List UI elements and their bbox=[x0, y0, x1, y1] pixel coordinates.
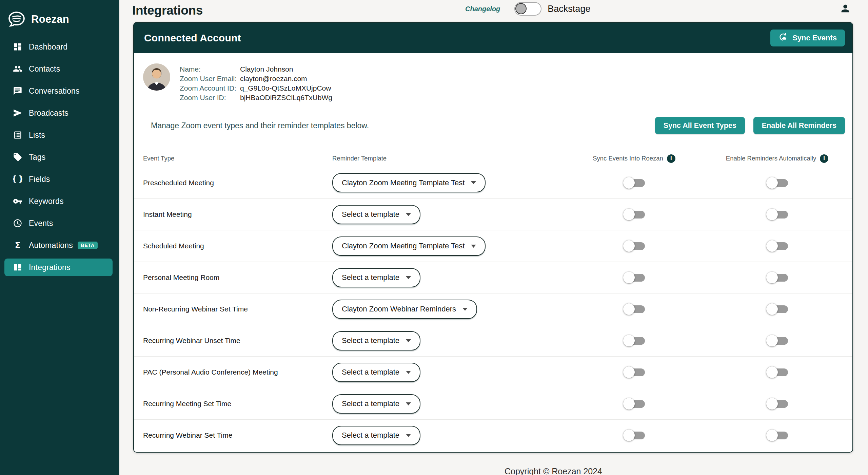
enable-reminders-toggle[interactable] bbox=[766, 240, 788, 252]
reminder-template-dropdown[interactable]: Select a template bbox=[332, 394, 420, 414]
chevron-down-icon bbox=[406, 339, 411, 342]
sync-events-toggle[interactable] bbox=[623, 240, 645, 252]
sidebar-item-fields[interactable]: { } Fields bbox=[4, 170, 113, 188]
sidebar-item-dashboard[interactable]: Dashboard bbox=[4, 38, 113, 56]
chevron-down-icon bbox=[406, 276, 411, 279]
sidebar-item-label: Broadcasts bbox=[29, 109, 68, 118]
reminder-template-dropdown[interactable]: Select a template bbox=[332, 268, 420, 287]
sync-events-toggle[interactable] bbox=[623, 177, 645, 189]
account-field-value: clayton@roezan.com bbox=[240, 75, 307, 83]
sidebar-item-automations[interactable]: Σ Automations BETA bbox=[4, 236, 113, 254]
sidebar-item-label: Dashboard bbox=[29, 42, 67, 52]
sidebar-item-lists[interactable]: Lists bbox=[4, 126, 113, 144]
manage-row: Manage Zoom event types and their remind… bbox=[151, 117, 845, 134]
table-row: Prescheduled Meeting Clayton Zoom Meetin… bbox=[134, 167, 852, 198]
chevron-down-icon bbox=[471, 181, 476, 184]
enable-reminders-toggle[interactable] bbox=[766, 335, 788, 346]
sidebar-item-broadcasts[interactable]: Broadcasts bbox=[4, 104, 113, 122]
column-header-reminder-template: Reminder Template bbox=[332, 155, 566, 162]
tags-icon bbox=[13, 152, 22, 162]
sidebar-item-integrations[interactable]: Integrations bbox=[4, 259, 113, 276]
account-field-value: Clayton Johnson bbox=[240, 65, 293, 73]
table-row: Personal Meeting Room Select a template bbox=[134, 262, 852, 293]
event-type-label: PAC (Personal Audio Conference) Meeting bbox=[143, 368, 278, 376]
brand-name: Roezan bbox=[31, 13, 69, 25]
lists-icon bbox=[13, 130, 22, 140]
table-row: PAC (Personal Audio Conference) Meeting … bbox=[134, 356, 852, 388]
person-icon[interactable] bbox=[840, 3, 851, 14]
table-row: Recurring Meeting Set Time Select a temp… bbox=[134, 388, 852, 419]
sync-events-toggle[interactable] bbox=[623, 398, 645, 410]
event-type-label: Recurring Webinar Set Time bbox=[143, 431, 232, 439]
card-title: Connected Account bbox=[144, 32, 241, 44]
sync-all-event-types-button[interactable]: Sync All Event Types bbox=[655, 117, 745, 134]
table-row: Recurring Webinar Unset Time Select a te… bbox=[134, 325, 852, 356]
enable-reminders-toggle[interactable] bbox=[766, 398, 788, 410]
sidebar-item-label: Keywords bbox=[29, 197, 64, 206]
main-content: Integrations Changelog Backstage Connect… bbox=[119, 0, 868, 475]
enable-reminders-toggle[interactable] bbox=[766, 209, 788, 220]
sync-events-toggle[interactable] bbox=[623, 366, 645, 378]
sync-events-toggle[interactable] bbox=[623, 335, 645, 346]
sidebar-item-label: Automations bbox=[29, 241, 73, 250]
header-controls: Changelog Backstage bbox=[465, 2, 590, 16]
chevron-down-icon bbox=[406, 213, 411, 216]
sync-events-button[interactable]: Sync Events bbox=[770, 30, 845, 46]
connected-account-card: Connected Account Sync Events bbox=[133, 22, 853, 453]
reminder-template-dropdown[interactable]: Select a template bbox=[332, 363, 420, 382]
sidebar-item-events[interactable]: Events bbox=[4, 214, 113, 232]
enable-reminders-toggle[interactable] bbox=[766, 366, 788, 378]
backstage-label: Backstage bbox=[548, 4, 590, 14]
chevron-down-icon bbox=[406, 371, 411, 374]
reminder-template-dropdown[interactable]: Clayton Zoom Meeting Template Test bbox=[332, 173, 486, 192]
column-header-enable-reminders: Enable Reminders Automatically bbox=[726, 155, 816, 162]
sidebar-item-label: Lists bbox=[29, 131, 45, 140]
event-type-label: Recurring Webinar Unset Time bbox=[143, 337, 240, 344]
enable-reminders-toggle[interactable] bbox=[766, 272, 788, 283]
reminder-template-dropdown[interactable]: Select a template bbox=[332, 205, 420, 224]
sync-events-toggle[interactable] bbox=[623, 303, 645, 315]
sidebar: Roezan Dashboard Contacts Conversations … bbox=[0, 0, 119, 475]
sync-events-toggle[interactable] bbox=[623, 430, 645, 441]
page-title: Integrations bbox=[132, 3, 203, 18]
reminder-template-dropdown[interactable]: Select a template bbox=[332, 331, 420, 350]
sidebar-item-label: Conversations bbox=[29, 87, 80, 96]
reminder-template-dropdown[interactable]: Clayton Zoom Meeting Template Test bbox=[332, 236, 486, 256]
backstage-toggle-knob bbox=[515, 3, 527, 14]
sync-events-toggle[interactable] bbox=[623, 209, 645, 220]
contacts-icon bbox=[13, 64, 22, 74]
sidebar-item-keywords[interactable]: Keywords bbox=[4, 192, 113, 210]
sidebar-item-tags[interactable]: Tags bbox=[4, 148, 113, 166]
chevron-down-icon bbox=[471, 245, 476, 248]
info-icon[interactable]: i bbox=[820, 154, 828, 163]
sidebar-item-label: Events bbox=[29, 219, 53, 228]
enable-reminders-toggle[interactable] bbox=[766, 430, 788, 441]
info-icon[interactable]: i bbox=[667, 154, 675, 163]
sync-events-toggle[interactable] bbox=[623, 272, 645, 283]
backstage-toggle[interactable] bbox=[514, 2, 541, 16]
changelog-link[interactable]: Changelog bbox=[465, 5, 500, 13]
reminder-template-dropdown[interactable]: Select a template bbox=[332, 426, 420, 445]
reminder-template-dropdown[interactable]: Clayton Zoom Webinar Reminders bbox=[332, 300, 477, 319]
manage-text: Manage Zoom event types and their remind… bbox=[151, 121, 369, 130]
table-header-row: Event Type Reminder Template Sync Events… bbox=[134, 153, 852, 164]
account-field-value: q_G9L0o-QtSzLoMXUjpCow bbox=[240, 84, 331, 92]
sidebar-item-label: Contacts bbox=[29, 64, 60, 74]
account-field-label: Zoom Account ID: bbox=[180, 84, 240, 92]
sidebar-item-conversations[interactable]: Conversations bbox=[4, 82, 113, 100]
column-header-sync-events: Sync Events Into Roezan bbox=[593, 155, 663, 162]
events-icon bbox=[13, 218, 22, 228]
account-info: Name: Clayton Johnson Zoom User Email: c… bbox=[143, 63, 852, 102]
account-fields: Name: Clayton Johnson Zoom User Email: c… bbox=[180, 63, 332, 102]
account-field-label: Zoom User Email: bbox=[180, 75, 240, 83]
enable-all-reminders-button[interactable]: Enable All Reminders bbox=[753, 117, 845, 134]
sidebar-item-label: Fields bbox=[29, 175, 50, 184]
sidebar-item-label: Integrations bbox=[29, 263, 71, 272]
svg-text:Σ: Σ bbox=[15, 241, 21, 250]
avatar bbox=[143, 63, 170, 91]
enable-reminders-toggle[interactable] bbox=[766, 303, 788, 315]
event-type-label: Prescheduled Meeting bbox=[143, 179, 214, 187]
enable-reminders-toggle[interactable] bbox=[766, 177, 788, 189]
event-type-label: Non-Recurring Webinar Set Time bbox=[143, 305, 248, 313]
sidebar-item-contacts[interactable]: Contacts bbox=[4, 60, 113, 78]
